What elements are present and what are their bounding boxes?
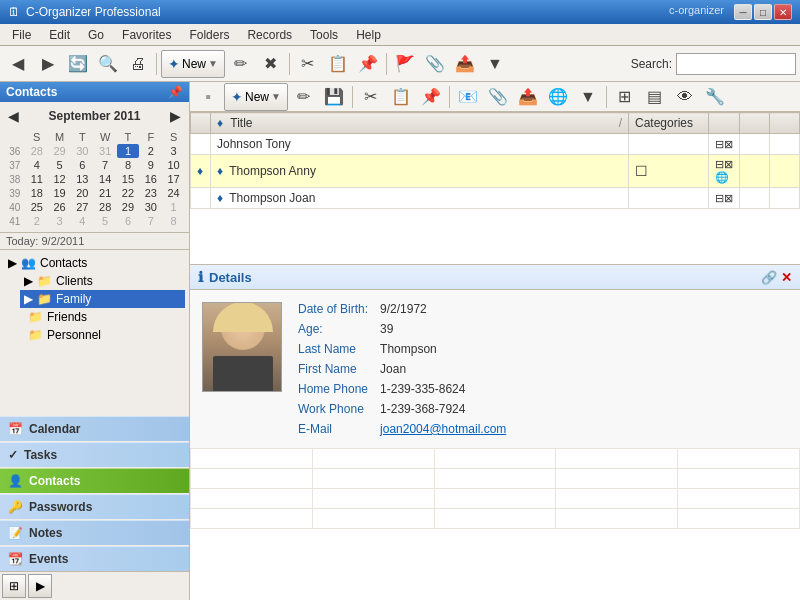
cal-day[interactable]: 2: [139, 144, 162, 158]
toolbar-edit-button[interactable]: ✏: [227, 50, 255, 78]
cal-day[interactable]: 26: [48, 200, 71, 214]
cal-day[interactable]: 2: [25, 214, 48, 228]
content-web-btn[interactable]: 🌐: [544, 83, 572, 111]
content-save-btn[interactable]: 💾: [320, 83, 348, 111]
email-value[interactable]: joan2004@hotmail.com: [380, 422, 506, 436]
col-categories-header[interactable]: Categories: [629, 113, 709, 134]
menu-tools[interactable]: Tools: [302, 26, 346, 44]
sidebar-grid-view-btn[interactable]: ⊞: [2, 574, 26, 598]
new-button[interactable]: ✦ New ▼: [161, 50, 225, 78]
cal-day[interactable]: 10: [162, 158, 185, 172]
col-4-header[interactable]: [740, 113, 770, 134]
nav-calendar[interactable]: 📅 Calendar: [0, 416, 189, 441]
nav-contacts[interactable]: 👤 Contacts: [0, 468, 189, 493]
nav-notes[interactable]: 📝 Notes: [0, 520, 189, 545]
tree-item-clients[interactable]: ▶ 📁 Clients: [20, 272, 185, 290]
cal-day[interactable]: 15: [117, 172, 140, 186]
toolbar-export-button[interactable]: 📤: [451, 50, 479, 78]
cal-day[interactable]: 14: [94, 172, 117, 186]
toolbar-refresh-button[interactable]: 🔄: [64, 50, 92, 78]
cal-day[interactable]: 13: [71, 172, 94, 186]
tree-item-personnel[interactable]: 📁 Personnel: [20, 326, 185, 344]
cal-day[interactable]: 7: [139, 214, 162, 228]
table-row[interactable]: Johnson Tony ⊟⊠: [191, 134, 800, 155]
cal-day[interactable]: 29: [117, 200, 140, 214]
content-copy-btn[interactable]: 📋: [387, 83, 415, 111]
col-marker[interactable]: [191, 113, 211, 134]
toolbar-back-button[interactable]: ◀: [4, 50, 32, 78]
cal-day[interactable]: 25: [25, 200, 48, 214]
row1-title[interactable]: Johnson Tony: [211, 134, 629, 155]
maximize-button[interactable]: □: [754, 4, 772, 20]
table-row[interactable]: ♦ Thompson Joan ⊟⊠: [191, 188, 800, 209]
cal-day[interactable]: 29: [48, 144, 71, 158]
menu-folders[interactable]: Folders: [181, 26, 237, 44]
toolbar-search-button[interactable]: 🔍: [94, 50, 122, 78]
tree-item-family[interactable]: ▶ 📁 Family: [20, 290, 185, 308]
cal-day[interactable]: 17: [162, 172, 185, 186]
details-close-icon[interactable]: ✕: [781, 270, 792, 285]
content-export-btn[interactable]: 📤: [514, 83, 542, 111]
cal-day[interactable]: 19: [48, 186, 71, 200]
cal-day[interactable]: 22: [117, 186, 140, 200]
cal-day[interactable]: 3: [162, 144, 185, 158]
cal-day[interactable]: 31: [94, 144, 117, 158]
cal-day[interactable]: 8: [162, 214, 185, 228]
col-title-header[interactable]: ♦ Title /: [211, 113, 629, 134]
cal-day[interactable]: 6: [71, 158, 94, 172]
cal-day[interactable]: 5: [94, 214, 117, 228]
row2-title[interactable]: ♦ Thompson Anny: [211, 155, 629, 188]
content-grid-btn[interactable]: ⊞: [611, 83, 639, 111]
toolbar-delete-button[interactable]: ✖: [257, 50, 285, 78]
table-row[interactable]: ♦ ♦ Thompson Anny ☐ ⊟⊠🌐: [191, 155, 800, 188]
content-cut-btn[interactable]: ✂: [357, 83, 385, 111]
content-attach-btn[interactable]: 📎: [484, 83, 512, 111]
toolbar-cut-button[interactable]: ✂: [294, 50, 322, 78]
cal-day[interactable]: 3: [48, 214, 71, 228]
sidebar-list-view-btn[interactable]: ▶: [28, 574, 52, 598]
cal-day[interactable]: 1: [162, 200, 185, 214]
nav-tasks[interactable]: ✓ Tasks: [0, 442, 189, 467]
menu-go[interactable]: Go: [80, 26, 112, 44]
content-edit-btn[interactable]: ✏: [290, 83, 318, 111]
cal-day[interactable]: 5: [48, 158, 71, 172]
content-new-button[interactable]: ✦ New ▼: [224, 83, 288, 111]
content-paste-btn[interactable]: 📌: [417, 83, 445, 111]
cal-day[interactable]: 1: [117, 144, 140, 158]
cal-day[interactable]: 30: [71, 144, 94, 158]
cal-day[interactable]: 30: [139, 200, 162, 214]
cal-day[interactable]: 28: [25, 144, 48, 158]
col-3-header[interactable]: [709, 113, 740, 134]
content-more-btn[interactable]: ▼: [574, 83, 602, 111]
nav-events[interactable]: 📆 Events: [0, 546, 189, 571]
menu-edit[interactable]: Edit: [41, 26, 78, 44]
toolbar-paste-button[interactable]: 📌: [354, 50, 382, 78]
cal-day[interactable]: 28: [94, 200, 117, 214]
cal-day[interactable]: 12: [48, 172, 71, 186]
cal-day[interactable]: 8: [117, 158, 140, 172]
content-view-btn[interactable]: 👁: [671, 83, 699, 111]
cal-day[interactable]: 16: [139, 172, 162, 186]
menu-favorites[interactable]: Favorites: [114, 26, 179, 44]
toolbar-copy-button[interactable]: 📋: [324, 50, 352, 78]
cal-day[interactable]: 6: [117, 214, 140, 228]
content-filter-btn[interactable]: 🔧: [701, 83, 729, 111]
tree-root-contacts[interactable]: ▶ 👥 Contacts: [4, 254, 185, 272]
toolbar-dropdown-button[interactable]: ▼: [481, 50, 509, 78]
minimize-button[interactable]: ─: [734, 4, 752, 20]
content-email-btn[interactable]: 📧: [454, 83, 482, 111]
nav-passwords[interactable]: 🔑 Passwords: [0, 494, 189, 519]
cal-day[interactable]: 24: [162, 186, 185, 200]
toolbar-attachment-button[interactable]: 📎: [421, 50, 449, 78]
tree-item-friends[interactable]: 📁 Friends: [20, 308, 185, 326]
row3-title[interactable]: ♦ Thompson Joan: [211, 188, 629, 209]
close-button[interactable]: ✕: [774, 4, 792, 20]
details-link-icon[interactable]: 🔗: [761, 270, 777, 285]
col-5-header[interactable]: [770, 113, 800, 134]
calendar-prev-button[interactable]: ◀: [8, 108, 19, 124]
toolbar-flag-button[interactable]: 🚩: [391, 50, 419, 78]
cal-day[interactable]: 27: [71, 200, 94, 214]
menu-file[interactable]: File: [4, 26, 39, 44]
cal-day[interactable]: 21: [94, 186, 117, 200]
menu-help[interactable]: Help: [348, 26, 389, 44]
